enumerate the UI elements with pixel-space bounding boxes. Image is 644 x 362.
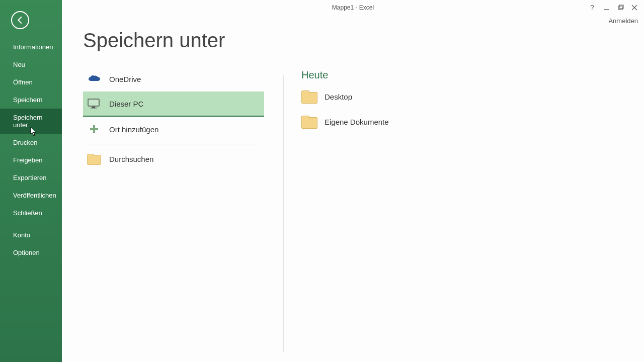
nav-freigeben[interactable]: Freigeben [0,151,62,169]
minimize-button[interactable] [603,4,610,11]
nav-speichern-unter[interactable]: Speichern unter [0,109,62,134]
nav-exportieren[interactable]: Exportieren [0,169,62,187]
location-label: Ort hinzufügen [109,125,158,134]
nav-divider [13,224,49,224]
save-locations: OneDrive Dieser PC Ort hinzufügen Durchs… [83,66,264,171]
nav-informationen[interactable]: Informationen [0,38,62,56]
back-button[interactable] [11,11,29,29]
location-onedrive[interactable]: OneDrive [83,66,264,92]
window-controls: ? [589,0,644,15]
add-place-icon [87,123,101,135]
nav-veroeffentlichen[interactable]: Veröffentlichen [0,187,62,204]
location-label: Dieser PC [109,100,143,108]
sign-in-link[interactable]: Anmelden [608,17,638,25]
nav-speichern[interactable]: Speichern [0,91,62,109]
location-label: OneDrive [109,75,141,83]
window-title: Mappe1 - Excel [332,4,374,11]
svg-rect-8 [91,108,97,109]
folder-icon [301,90,316,103]
recent-folder-desktop[interactable]: Desktop [301,86,644,107]
title-bar: Mappe1 - Excel [62,0,644,15]
location-divider [87,144,260,144]
svg-rect-6 [89,100,98,105]
nav-drucken[interactable]: Drucken [0,134,62,151]
this-pc-icon [87,98,101,109]
recent-folder-documents[interactable]: Eigene Dokumente [301,111,644,132]
nav-schliessen[interactable]: Schließen [0,204,62,222]
folder-icon [301,116,316,128]
nav-konto[interactable]: Konto [0,226,62,244]
nav-oeffnen[interactable]: Öffnen [0,73,62,91]
restore-button[interactable] [617,4,624,11]
nav-optionen[interactable]: Optionen [0,244,62,261]
location-this-pc[interactable]: Dieser PC [83,92,264,117]
close-button[interactable] [631,4,638,11]
folder-label: Desktop [325,93,352,101]
svg-rect-7 [92,107,95,108]
svg-rect-2 [619,5,623,9]
svg-rect-10 [90,128,98,130]
location-add-place[interactable]: Ort hinzufügen [83,117,264,142]
browse-folder-icon [87,153,101,165]
location-label: Durchsuchen [109,155,153,163]
main-panel: Speichern unter OneDrive Dieser PC Ort h… [62,0,644,362]
recent-section-title: Heute [301,69,644,81]
location-browse[interactable]: Durchsuchen [83,146,264,171]
folder-label: Eigene Dokumente [325,118,389,126]
help-icon[interactable]: ? [589,4,596,11]
page-title: Speichern unter [83,29,225,52]
backstage-sidebar: Informationen Neu Öffnen Speichern Speic… [0,0,62,362]
onedrive-icon [87,74,101,84]
recent-folders-panel: Heute Desktop Eigene Dokumente [283,0,644,352]
svg-rect-1 [618,6,622,10]
nav-neu[interactable]: Neu [0,56,62,73]
